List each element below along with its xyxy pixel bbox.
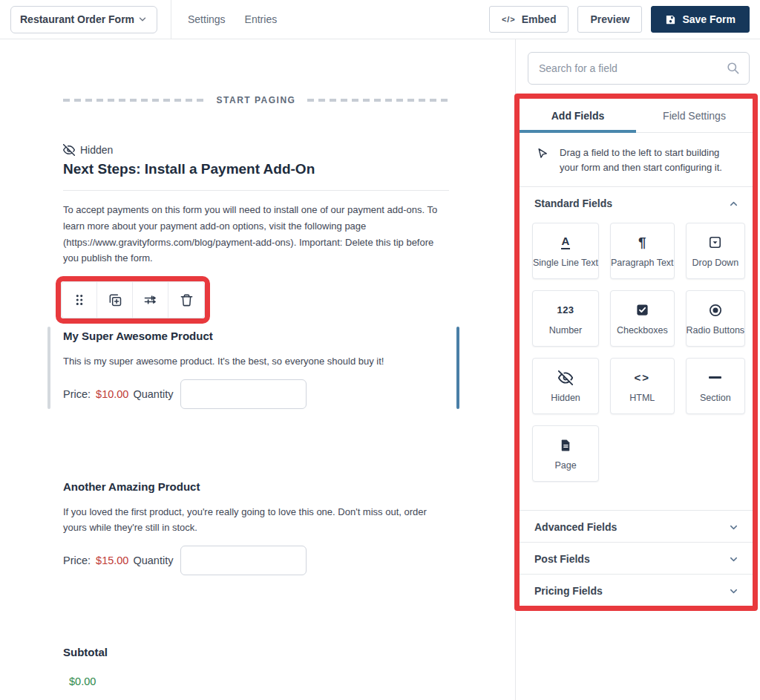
duplicate-field-button[interactable] <box>97 282 133 318</box>
hidden-field-type-label: Hidden <box>80 144 113 156</box>
subtotal-title: Subtotal <box>63 646 449 658</box>
section-label: Pricing Fields <box>534 585 603 597</box>
field-divider <box>63 190 449 191</box>
annotation-box-sidebar: Add Fields Field Settings Drag a field t… <box>514 94 758 611</box>
section-advanced-fields[interactable]: Advanced Fields <box>520 510 753 542</box>
quantity-input[interactable] <box>180 546 307 575</box>
price-value: $10.00 <box>96 388 128 400</box>
field-button-drop-down[interactable]: Drop Down <box>686 223 746 279</box>
quantity-label: Quantity <box>133 555 173 566</box>
section-post-fields[interactable]: Post Fields <box>520 542 753 574</box>
product-description: This is my super awesome product. It's t… <box>63 354 449 370</box>
tab-add-fields[interactable]: Add Fields <box>520 99 636 132</box>
sidebar-tabs: Add Fields Field Settings <box>520 99 753 133</box>
form-switcher-dropdown[interactable]: Restaurant Order Form <box>10 6 157 33</box>
tab-field-settings[interactable]: Field Settings <box>636 99 753 132</box>
paragraph-text-icon: ¶ <box>638 235 646 249</box>
header-actions: </> Embed Preview Save Form <box>489 6 750 33</box>
code-icon: </> <box>502 15 516 24</box>
chevron-down-icon <box>137 14 148 24</box>
start-paging-divider: START PAGING <box>63 95 449 105</box>
drag-dots-icon <box>73 292 86 307</box>
spacer <box>63 409 449 474</box>
chevron-down-icon <box>728 554 739 565</box>
delete-field-button[interactable] <box>168 282 204 318</box>
start-paging-label: START PAGING <box>217 95 296 105</box>
form-editor-canvas: START PAGING Hidden Next Steps: Install … <box>0 39 515 700</box>
save-form-label: Save Form <box>682 13 736 25</box>
preview-button[interactable]: Preview <box>577 6 642 33</box>
section-standard-fields[interactable]: Standard Fields <box>520 187 753 218</box>
hidden-field-title: Next Steps: Install a Payment Add-On <box>63 161 449 177</box>
field-sidebar: Add Fields Field Settings Drag a field t… <box>515 39 760 700</box>
chevron-up-icon <box>728 198 739 209</box>
hidden-html-field[interactable]: Hidden Next Steps: Install a Payment Add… <box>63 144 449 266</box>
field-toolbar <box>61 281 205 318</box>
price-label: Price: <box>63 555 91 566</box>
section-icon <box>709 376 721 379</box>
price-value: $15.00 <box>96 555 128 566</box>
embed-button[interactable]: </> Embed <box>489 6 569 33</box>
trash-icon <box>180 293 194 307</box>
drag-hint-text: Drag a field to the left to start buildi… <box>560 145 739 175</box>
field-button-checkboxes[interactable]: Checkboxes <box>610 290 675 347</box>
drop-down-icon <box>708 235 722 249</box>
section-pricing-fields[interactable]: Pricing Fields <box>520 574 753 606</box>
page-icon <box>559 438 572 453</box>
sliders-icon <box>143 292 158 307</box>
subtotal-field[interactable]: Subtotal $0.00 <box>63 646 449 687</box>
section-label: Advanced Fields <box>534 521 617 533</box>
nav-entries[interactable]: Entries <box>245 13 278 25</box>
eye-off-icon <box>63 144 75 156</box>
search-icon <box>726 61 740 75</box>
single-line-text-icon: A <box>561 235 571 249</box>
field-button-number[interactable]: 123 Number <box>532 290 599 347</box>
product-title: Another Amazing Product <box>63 480 449 493</box>
number-icon: 123 <box>557 304 574 315</box>
save-form-button[interactable]: Save Form <box>651 6 750 33</box>
product-field-2[interactable]: Another Amazing Product If you loved the… <box>63 480 449 575</box>
quantity-label: Quantity <box>133 388 173 400</box>
section-label: Post Fields <box>534 553 590 565</box>
form-switcher-label: Restaurant Order Form <box>20 13 134 25</box>
annotation-box-toolbar <box>56 276 210 324</box>
preview-button-label: Preview <box>590 13 629 25</box>
top-toolbar: Restaurant Order Form Settings Entries <… <box>0 0 760 39</box>
product-description: If you loved the first product, you're r… <box>63 505 449 536</box>
drag-handle[interactable] <box>62 282 97 318</box>
checkboxes-icon <box>635 303 649 317</box>
field-button-radio-buttons[interactable]: Radio Buttons <box>686 290 746 347</box>
radio-buttons-icon <box>708 303 723 318</box>
chevron-down-icon <box>728 522 739 533</box>
hidden-field-description: To accept payments on this form you will… <box>63 202 449 266</box>
cursor-pointer-icon <box>536 147 549 160</box>
price-label: Price: <box>63 388 91 400</box>
subtotal-value: $0.00 <box>63 676 449 687</box>
field-button-paragraph-text[interactable]: ¶ Paragraph Text <box>610 223 675 279</box>
html-icon: <> <box>635 371 651 384</box>
nav-settings[interactable]: Settings <box>188 13 226 25</box>
duplicate-icon <box>108 292 122 307</box>
field-button-section[interactable]: Section <box>686 358 746 414</box>
field-settings-button[interactable] <box>133 282 168 318</box>
search-input[interactable] <box>528 52 750 85</box>
hidden-icon <box>558 370 573 385</box>
quantity-input[interactable] <box>180 379 307 409</box>
section-label: Standard Fields <box>534 197 612 209</box>
embed-button-label: Embed <box>522 13 557 25</box>
field-button-hidden[interactable]: Hidden <box>532 358 599 414</box>
field-button-html[interactable]: <> HTML <box>610 358 675 414</box>
floppy-disk-icon <box>665 14 676 25</box>
field-button-page[interactable]: Page <box>532 425 599 482</box>
product-field-1[interactable]: My Super Awesome Product This is my supe… <box>63 330 449 409</box>
standard-fields-grid: A Single Line Text ¶ Paragraph Text Drop… <box>520 218 753 510</box>
header-nav: Settings Entries <box>188 13 277 25</box>
header-divider <box>171 0 171 39</box>
drag-hint: Drag a field to the left to start buildi… <box>520 133 753 187</box>
chevron-down-icon <box>728 586 739 597</box>
field-button-single-line-text[interactable]: A Single Line Text <box>532 223 599 279</box>
paging-dashes-left <box>63 99 205 102</box>
paging-dashes-right <box>307 99 449 102</box>
product-title: My Super Awesome Product <box>63 330 449 342</box>
